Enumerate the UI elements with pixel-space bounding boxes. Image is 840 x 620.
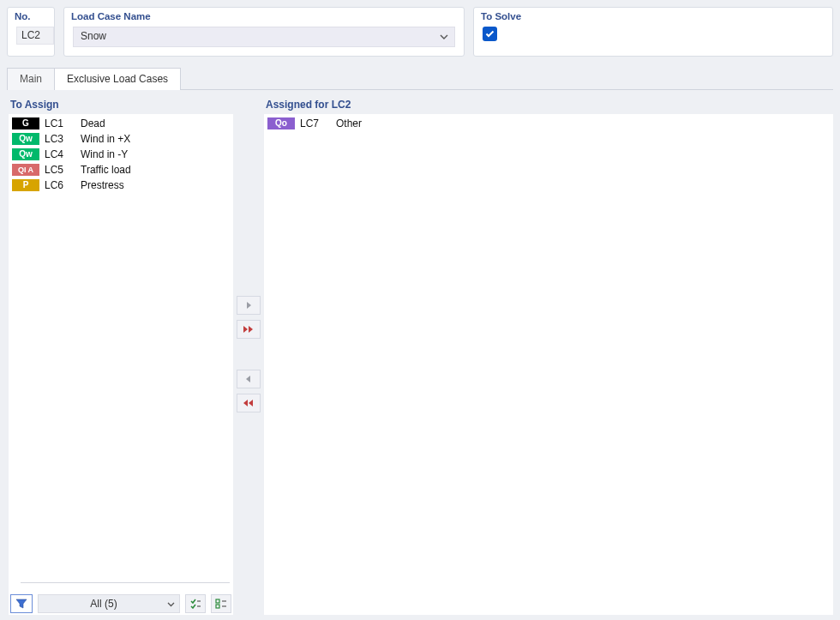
double-arrow-left-icon — [243, 399, 255, 407]
list-item[interactable]: QI ALC5Traffic load — [10, 162, 233, 178]
move-all-right-button[interactable] — [237, 320, 261, 339]
panel-load-case-name: Load Case Name Snow — [63, 7, 465, 57]
label-load-case-name: Load Case Name — [71, 11, 151, 21]
load-case-desc: Dead — [81, 117, 105, 129]
load-case-id: LC3 — [45, 133, 81, 145]
arrow-left-icon — [244, 375, 253, 383]
check-list-icon — [189, 599, 201, 609]
filter-button[interactable] — [10, 594, 33, 613]
load-case-id: LC6 — [45, 179, 81, 191]
arrow-right-icon — [244, 301, 253, 310]
list-item[interactable]: QwLC4Wind in -Y — [10, 147, 233, 162]
load-case-desc: Traffic load — [81, 164, 131, 176]
deselect-all-button[interactable] — [211, 594, 231, 613]
category-tag: Qw — [12, 133, 39, 145]
label-to-solve: To Solve — [481, 11, 521, 21]
transfer-buttons — [233, 99, 264, 615]
load-case-name-select[interactable]: Snow — [73, 27, 455, 47]
tab-exclusive-load-cases[interactable]: Exclusive Load Cases — [55, 68, 181, 90]
to-assign-list[interactable]: GLC1DeadQwLC3Wind in +XQwLC4Wind in -YQI… — [9, 114, 233, 589]
panel-to-solve: To Solve — [473, 7, 833, 57]
svg-rect-1 — [216, 605, 219, 608]
load-case-desc: Prestress — [81, 179, 124, 191]
tab-main[interactable]: Main — [7, 68, 55, 90]
list-item[interactable]: PLC6Prestress — [10, 178, 233, 193]
load-case-id: LC4 — [45, 148, 81, 160]
load-case-desc: Other — [336, 117, 362, 129]
category-tag: P — [12, 179, 39, 191]
filter-toolbar: All (5) — [9, 589, 233, 615]
load-case-id: LC7 — [300, 117, 336, 129]
move-right-button[interactable] — [237, 296, 261, 315]
category-tag: Qw — [12, 148, 39, 160]
category-tag: Qo — [267, 117, 295, 129]
field-no[interactable]: LC2 — [16, 27, 54, 45]
label-no: No. — [15, 11, 31, 21]
move-left-button[interactable] — [237, 370, 261, 388]
filter-category-select[interactable]: All (5) — [38, 594, 180, 613]
select-all-button[interactable] — [185, 594, 206, 613]
svg-rect-0 — [216, 599, 219, 603]
load-case-id: LC5 — [45, 164, 81, 176]
load-case-desc: Wind in -Y — [81, 148, 128, 160]
to-solve-checkbox[interactable] — [483, 27, 497, 41]
load-case-id: LC1 — [45, 117, 81, 129]
double-arrow-right-icon — [243, 325, 255, 334]
category-tag: G — [12, 117, 39, 129]
tab-bar: Main Exclusive Load Cases — [7, 67, 833, 90]
list-item[interactable]: GLC1Dead — [10, 116, 233, 131]
move-all-left-button[interactable] — [237, 394, 261, 412]
uncheck-list-icon — [215, 599, 227, 609]
assigned-title: Assigned for LC2 — [264, 99, 833, 111]
horizontal-scrollbar[interactable] — [21, 580, 230, 586]
category-tag: QI A — [12, 164, 39, 176]
to-assign-title: To Assign — [9, 99, 233, 111]
list-item[interactable]: QoLC7Other — [266, 116, 833, 131]
assigned-list[interactable]: QoLC7Other — [264, 114, 833, 615]
list-item[interactable]: QwLC3Wind in +X — [10, 131, 233, 147]
panel-number: No. LC2 — [7, 7, 55, 57]
load-case-desc: Wind in +X — [81, 133, 130, 145]
funnel-icon — [15, 599, 27, 609]
